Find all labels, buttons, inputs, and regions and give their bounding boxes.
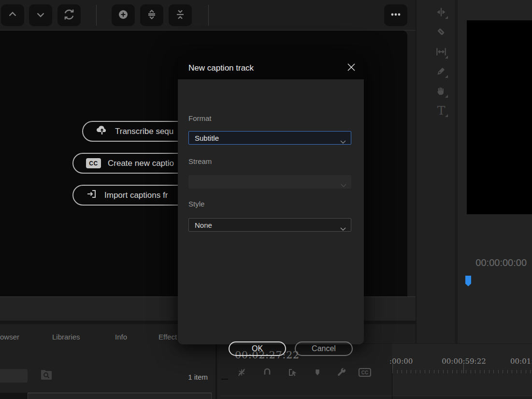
item-count-label: 1 item: [159, 373, 208, 381]
cancel-button[interactable]: Cancel: [295, 341, 353, 356]
ok-button[interactable]: OK: [229, 341, 286, 356]
premiere-captions-workspace: Transcribe sequ CC Create new captio Imp…: [0, 0, 532, 399]
linked-selection-icon[interactable]: [287, 367, 299, 378]
style-label: Style: [188, 200, 204, 208]
cloud-upload-icon: [96, 124, 108, 138]
project-list-header: [28, 393, 212, 399]
slip-tool[interactable]: [434, 44, 448, 59]
collapse-tracks-button[interactable]: [169, 4, 192, 26]
project-list-corner: [0, 393, 28, 399]
ruler-label-end: 00:01:: [510, 357, 532, 366]
tab-libraries[interactable]: Libraries: [52, 333, 80, 341]
style-value: None: [195, 221, 212, 229]
dialog-body: Format Subtitle Stream Style None: [178, 79, 364, 344]
flyout-indicator: [445, 75, 448, 78]
timeline-settings-wrench-icon[interactable]: [335, 367, 348, 378]
flyout-indicator: [445, 16, 448, 19]
chevron-down-icon: [340, 224, 346, 232]
stream-label: Stream: [188, 157, 212, 165]
refresh-icon: [63, 8, 75, 23]
add-caption-button[interactable]: [112, 4, 135, 26]
collapse-tracks-icon: [174, 9, 186, 22]
format-select[interactable]: Subtitle: [188, 131, 351, 145]
add-marker-icon[interactable]: [311, 367, 324, 378]
flyout-indicator: [445, 114, 448, 117]
ruler-ticks: [392, 369, 532, 377]
video-preview: [467, 20, 532, 214]
chevron-up-icon: [7, 9, 18, 22]
chevron-down-icon: [341, 180, 346, 189]
cc-badge-icon: CC: [86, 158, 101, 168]
ruler-label-middle: 00:00:59:22: [440, 357, 488, 366]
razor-tool[interactable]: [434, 25, 448, 39]
flyout-indicator: [445, 95, 448, 98]
stream-select[interactable]: [188, 175, 351, 189]
captions-cc-icon[interactable]: CC: [359, 367, 371, 378]
search-bin-icon[interactable]: [41, 369, 52, 382]
snap-magnet-icon[interactable]: [261, 367, 273, 378]
more-options-button[interactable]: [384, 4, 407, 26]
project-search-field[interactable]: [0, 369, 28, 383]
action-label: Create new captio: [108, 159, 174, 168]
timeline-track-divider: [220, 396, 532, 396]
tab-effects[interactable]: Effect: [158, 333, 177, 341]
dialog-title: New caption track: [188, 63, 254, 73]
timeline-track-area: [392, 396, 532, 399]
more-options-icon: [390, 9, 402, 22]
type-tool-glyph: T: [437, 104, 446, 117]
ripple-edit-tool[interactable]: [434, 5, 448, 19]
nest-icon[interactable]: [235, 367, 248, 378]
tab-info[interactable]: Info: [115, 333, 127, 341]
dialog-titlebar[interactable]: New caption track: [178, 57, 364, 79]
next-caption-button[interactable]: [29, 4, 52, 26]
tools-panel: T: [416, 0, 455, 343]
chevron-down-icon: [35, 9, 46, 22]
dialog-close-button[interactable]: [346, 63, 356, 73]
toolbar-separator: [208, 5, 209, 26]
ruler-label-start: :00:00: [389, 357, 413, 366]
toolbar-separator: [96, 5, 97, 26]
format-value: Subtitle: [195, 134, 219, 142]
format-label: Format: [188, 114, 212, 122]
hand-tool[interactable]: [434, 84, 448, 98]
sync-button[interactable]: [58, 4, 81, 26]
expand-tracks-icon: [146, 9, 158, 22]
import-icon: [86, 188, 98, 202]
previous-caption-button[interactable]: [1, 4, 24, 26]
action-label: Transcribe sequ: [115, 127, 173, 136]
flyout-indicator: [445, 56, 448, 59]
new-caption-track-dialog: New caption track Format Subtitle Stream: [178, 57, 364, 344]
timeline-playhead-line[interactable]: [392, 360, 392, 399]
add-circle-icon: [117, 9, 129, 22]
track-header-dash: [221, 379, 228, 380]
chevron-down-icon: [340, 137, 346, 145]
action-label: Import captions fr: [104, 191, 168, 200]
type-tool[interactable]: T: [434, 103, 448, 118]
style-select[interactable]: None: [188, 218, 351, 232]
pen-tool[interactable]: [434, 64, 448, 78]
monitor-timecode[interactable]: 00:00:00:00: [468, 257, 527, 268]
expand-tracks-button[interactable]: [140, 4, 163, 26]
close-icon: [347, 63, 356, 74]
tab-media-browser[interactable]: owser: [0, 333, 19, 341]
